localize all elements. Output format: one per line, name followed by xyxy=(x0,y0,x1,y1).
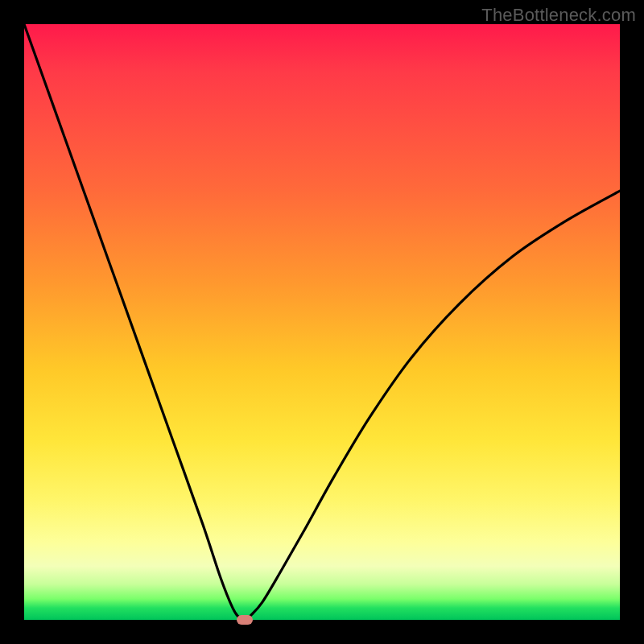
watermark-text: TheBottleneck.com xyxy=(481,5,636,26)
minimum-marker xyxy=(237,615,253,625)
chart-frame: TheBottleneck.com xyxy=(0,0,644,644)
plot-area xyxy=(24,24,620,620)
bottleneck-curve xyxy=(24,24,620,620)
